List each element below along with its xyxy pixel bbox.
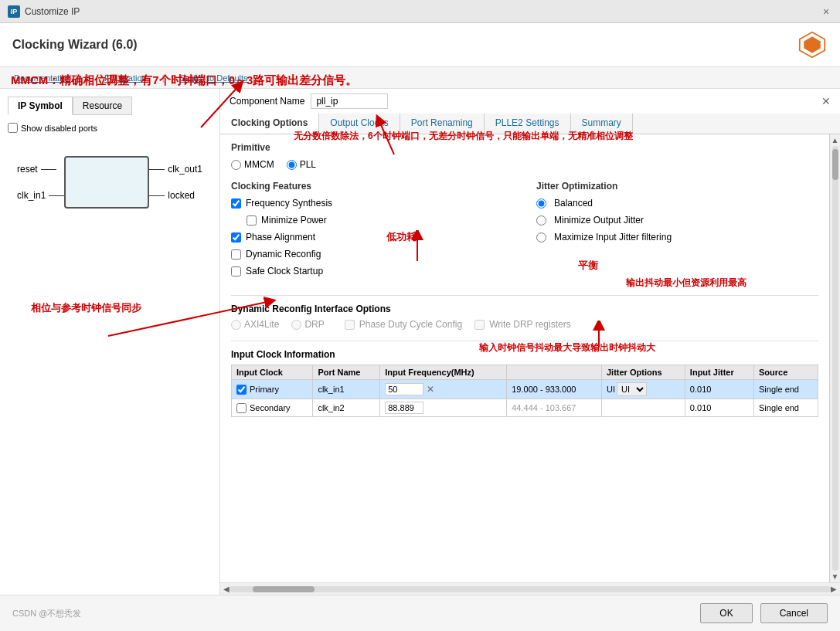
- row1-jitter-select[interactable]: UI PS: [617, 382, 647, 396]
- scroll-thumb-v[interactable]: [832, 149, 838, 180]
- axi4lite-radio-label[interactable]: AXI4Lite: [231, 319, 279, 330]
- config-tab-summary[interactable]: Summary: [571, 114, 633, 134]
- nav-separator-1: |: [80, 71, 95, 85]
- phase-duty-checkbox: [345, 320, 355, 330]
- scroll-right-arrow[interactable]: ▶: [831, 585, 837, 593]
- row1-freq-input[interactable]: [385, 383, 423, 395]
- row1-jitter-dropdown-cell: UI UI PS: [607, 382, 680, 396]
- nav-tab-documentation[interactable]: Documentation: [8, 71, 77, 85]
- row2-input-clock: Secondary: [232, 399, 313, 417]
- dynamic-reconfig-section: Dynamic Reconfig Interface Options AXI4L…: [231, 304, 818, 330]
- scroll-left-arrow[interactable]: ◀: [223, 585, 230, 593]
- min-output-jitter-radio[interactable]: [536, 215, 546, 226]
- th-range: [507, 365, 602, 380]
- window-title: Clocking Wizard (6.0): [12, 38, 138, 52]
- row1-jitter-value: UI: [607, 385, 615, 394]
- vertical-scrollbar[interactable]: ▲ ▼: [829, 134, 840, 582]
- balanced-radio-label[interactable]: Balanced: [536, 198, 818, 209]
- primitive-row: MMCM PLL: [231, 159, 818, 170]
- freq-synthesis-label[interactable]: Frequency Synthesis: [231, 198, 513, 209]
- dynamic-reconfig-checkbox[interactable]: [231, 249, 241, 260]
- horizontal-scrollbar[interactable]: ◀ ▶: [220, 582, 840, 595]
- ok-button[interactable]: OK: [700, 603, 752, 623]
- min-output-jitter-label[interactable]: Minimize Output Jitter: [536, 215, 818, 226]
- scroll-track-v[interactable]: [832, 146, 838, 571]
- config-tab-port-renaming[interactable]: Port Renaming: [400, 114, 485, 134]
- config-close-button[interactable]: ✕: [821, 95, 831, 107]
- minimize-power-label[interactable]: Minimize Power: [247, 215, 513, 226]
- minimize-power-checkbox[interactable]: [247, 215, 257, 226]
- minimize-power-text: Minimize Power: [261, 215, 327, 226]
- max-input-jitter-text: Maximize Input Jitter filtering: [554, 232, 672, 243]
- config-tabs: Clocking Options Output Clocks Port Rena…: [220, 114, 840, 134]
- pll-radio-label[interactable]: PLL: [287, 159, 316, 170]
- th-port-name: Port Name: [313, 365, 380, 380]
- row1-port-name: clk_in1: [313, 380, 380, 399]
- show-disabled-checkbox[interactable]: [8, 123, 18, 133]
- nav-tab-ip-location[interactable]: IP Location: [98, 71, 153, 85]
- dynamic-reconfig-label[interactable]: Dynamic Reconfig: [231, 249, 513, 260]
- row1-jitter-options[interactable]: UI UI PS: [602, 380, 685, 399]
- dynamic-inputs: Phase Duty Cycle Config Write DRP regist…: [345, 319, 571, 330]
- phase-duty-label: Phase Duty Cycle Config: [345, 319, 462, 330]
- input-clock-title: Input Clock Information: [231, 349, 818, 360]
- nav-separator-2: |: [156, 71, 171, 85]
- tab-resource[interactable]: Resource: [73, 97, 132, 115]
- config-tab-plle2[interactable]: PLLE2 Settings: [485, 114, 571, 134]
- row1-checkbox[interactable]: [236, 385, 247, 395]
- window-header: Clocking Wizard (6.0): [0, 23, 840, 67]
- row2-checkbox[interactable]: [236, 403, 247, 413]
- row2-freq-input[interactable]: [385, 402, 423, 414]
- drp-radio: [291, 320, 301, 330]
- row2-range: 44.444 - 103.667: [507, 399, 602, 417]
- phase-alignment-checkbox[interactable]: [231, 232, 241, 243]
- h-scroll-thumb[interactable]: [253, 586, 315, 592]
- max-input-jitter-label[interactable]: Maximize Input Jitter filtering: [536, 232, 818, 243]
- jitter-col: Jitter Optimization Balanced Minimize Ou…: [536, 181, 818, 283]
- content-area: IP Symbol Resource Show disabled ports r…: [0, 89, 840, 595]
- pll-radio[interactable]: [287, 160, 297, 170]
- divider-2: [231, 341, 818, 341]
- nav-tab-switch-defaults[interactable]: Switch to Defaults: [174, 71, 254, 85]
- cancel-button[interactable]: Cancel: [760, 603, 828, 623]
- safe-clock-text: Safe Clock Startup: [246, 266, 323, 276]
- ip-block: [64, 156, 149, 209]
- mmcm-radio-label[interactable]: MMCM: [231, 159, 274, 170]
- port-locked-label: locked: [168, 190, 195, 201]
- mmcm-radio[interactable]: [231, 160, 241, 170]
- safe-clock-label[interactable]: Safe Clock Startup: [231, 266, 513, 276]
- scroll-down-arrow[interactable]: ▼: [831, 572, 839, 581]
- drp-text: DRP: [304, 319, 324, 330]
- safe-clock-checkbox[interactable]: [231, 266, 241, 276]
- input-clock-section: Input Clock Information Input Clock Port…: [231, 349, 818, 417]
- config-tab-clocking[interactable]: Clocking Options: [220, 114, 319, 134]
- h-scroll-track[interactable]: [230, 586, 831, 592]
- max-input-jitter-radio[interactable]: [536, 232, 546, 243]
- divider-1: [231, 295, 818, 296]
- component-name-input[interactable]: [311, 93, 388, 109]
- balanced-radio[interactable]: [536, 198, 546, 209]
- table-header-row: Input Clock Port Name Input Frequency(MH…: [232, 365, 818, 380]
- window-close-button[interactable]: ×: [820, 5, 832, 18]
- th-input-jitter: Input Jitter: [685, 365, 753, 380]
- primitive-title: Primitive: [231, 142, 818, 153]
- row1-source: Single end: [754, 380, 818, 399]
- config-tab-output-clocks[interactable]: Output Clocks: [319, 114, 400, 134]
- phase-duty-text: Phase Duty Cycle Config: [359, 319, 462, 330]
- drp-radio-label[interactable]: DRP: [291, 319, 324, 330]
- phase-alignment-label[interactable]: Phase Alignment: [231, 232, 513, 243]
- panel-tabs: IP Symbol Resource: [8, 97, 212, 115]
- row1-input-jitter: 0.010: [685, 380, 753, 399]
- scroll-up-arrow[interactable]: ▲: [831, 136, 839, 144]
- freq-synthesis-checkbox[interactable]: [231, 198, 241, 209]
- ip-symbol-diagram: reset clk_in1: [8, 156, 212, 209]
- jitter-opt-title: Jitter Optimization: [536, 181, 818, 192]
- title-bar: IP Customize IP ×: [0, 0, 840, 23]
- tab-ip-symbol[interactable]: IP Symbol: [8, 97, 73, 115]
- row1-clear-btn[interactable]: ✕: [425, 384, 436, 395]
- dynamic-reconfig-title: Dynamic Reconfig Interface Options: [231, 304, 818, 314]
- title-bar-left: IP Customize IP: [8, 5, 80, 18]
- th-source: Source: [754, 365, 818, 380]
- th-jitter-options: Jitter Options: [602, 365, 685, 380]
- row1-clock-label: Primary: [250, 385, 279, 394]
